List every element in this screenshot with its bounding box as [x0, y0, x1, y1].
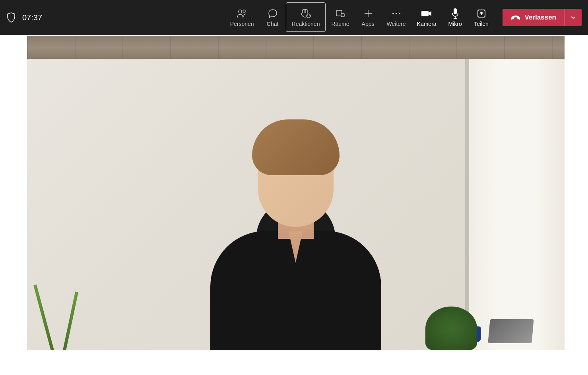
- share-button[interactable]: Teilen: [468, 2, 495, 32]
- rooms-label: Räume: [331, 21, 349, 27]
- people-icon: [237, 7, 248, 20]
- hangup-icon: [510, 15, 521, 20]
- svg-point-1: [243, 10, 245, 12]
- toolbar-right-section: Verlassen: [503, 9, 582, 26]
- participant-figure: [200, 127, 391, 350]
- more-label: Weitere: [387, 21, 406, 27]
- mic-label: Mikro: [448, 21, 462, 27]
- svg-point-9: [399, 13, 400, 14]
- mic-icon: [451, 7, 459, 20]
- video-bg-plant-left: [43, 279, 87, 350]
- camera-icon: [421, 7, 433, 20]
- svg-point-7: [392, 13, 394, 14]
- video-bg-plant-right: [425, 307, 477, 350]
- meeting-toolbar: 07:37 Personen Chat: [0, 0, 588, 35]
- chat-icon: [268, 7, 278, 20]
- rooms-button[interactable]: Räume: [326, 2, 355, 32]
- chevron-down-icon: [571, 16, 576, 19]
- participant-video: [27, 36, 565, 350]
- reactions-label: Reaktionen: [292, 21, 320, 27]
- leave-button-group: Verlassen: [503, 9, 582, 26]
- hand-smiley-icon: [300, 7, 311, 20]
- video-area: [0, 35, 588, 375]
- people-label: Personen: [230, 21, 254, 27]
- shield-icon[interactable]: [6, 13, 16, 22]
- meeting-timer: 07:37: [22, 13, 42, 22]
- svg-rect-11: [454, 8, 457, 14]
- more-button[interactable]: Weitere: [381, 2, 411, 32]
- video-bg-ceiling: [27, 36, 565, 59]
- more-icon: [392, 7, 401, 20]
- people-button[interactable]: Personen: [225, 2, 260, 32]
- leave-label: Verlassen: [525, 14, 556, 21]
- apps-button[interactable]: Apps: [355, 2, 381, 32]
- plus-icon: [363, 7, 373, 20]
- svg-rect-6: [341, 14, 344, 17]
- chat-button[interactable]: Chat: [260, 2, 286, 32]
- leave-dropdown-button[interactable]: [564, 9, 582, 26]
- reactions-button[interactable]: Reaktionen: [286, 2, 326, 32]
- toolbar-left-section: 07:37: [6, 13, 42, 22]
- svg-point-0: [239, 10, 242, 13]
- rooms-icon: [335, 7, 345, 20]
- svg-point-3: [307, 15, 308, 16]
- toolbar-center-section: Personen Chat Reaktionen: [225, 0, 495, 35]
- svg-point-4: [309, 15, 309, 16]
- mic-button[interactable]: Mikro: [442, 2, 468, 32]
- chat-label: Chat: [267, 21, 279, 27]
- camera-button[interactable]: Kamera: [411, 2, 442, 32]
- share-icon: [477, 7, 486, 20]
- apps-label: Apps: [362, 21, 375, 27]
- camera-label: Kamera: [417, 21, 437, 27]
- svg-rect-10: [421, 11, 429, 16]
- svg-point-8: [396, 13, 397, 14]
- leave-button[interactable]: Verlassen: [503, 9, 564, 26]
- share-label: Teilen: [474, 21, 489, 27]
